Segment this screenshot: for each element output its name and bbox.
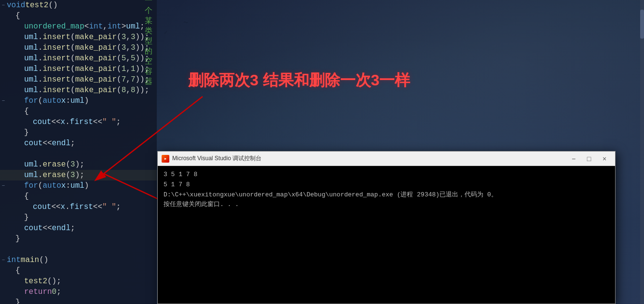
- console-body[interactable]: 3 5 1 7 85 1 7 8D:\C++\xuexitongxue\unor…: [158, 166, 615, 304]
- code-token: (: [38, 97, 43, 105]
- code-line: [0, 244, 157, 255]
- code-token: 3: [131, 43, 136, 52]
- code-token: make_pair: [75, 86, 117, 95]
- code-token: x: [61, 97, 66, 105]
- code-token: <<: [42, 139, 52, 148]
- scrollbar-thumb[interactable]: [640, 10, 644, 39]
- code-token: first: [70, 118, 93, 126]
- code-line: }: [0, 234, 157, 244]
- code-token: first: [70, 203, 93, 211]
- code-line: {: [0, 265, 157, 276]
- bird-decoration-2: 〜: [183, 19, 188, 26]
- code-token: ,: [126, 43, 131, 52]
- code-token: " ": [102, 118, 116, 126]
- code-token: );: [75, 160, 84, 169]
- maximize-button[interactable]: □: [582, 153, 596, 164]
- code-token: ));: [136, 54, 150, 63]
- code-token: (: [70, 65, 75, 73]
- vs-icon-text: ▶: [164, 157, 166, 161]
- editor-scrollbar[interactable]: [640, 0, 644, 304]
- code-line: }: [0, 212, 157, 223]
- code-token: (: [70, 43, 75, 52]
- code-token: uml: [24, 160, 38, 169]
- code-token: insert: [42, 86, 70, 95]
- collapse-indicator[interactable]: −: [0, 183, 7, 189]
- code-token: :: [66, 97, 70, 105]
- code-token: .: [38, 33, 43, 41]
- code-token: <<: [51, 118, 60, 126]
- code-token: >: [122, 22, 126, 31]
- code-token: main: [21, 256, 39, 264]
- code-line: uml.insert(make_pair(1, 1));: [0, 64, 157, 74]
- console-line: 3 5 1 7 8: [164, 170, 609, 180]
- code-token: ): [84, 181, 89, 190]
- code-token: make_pair: [75, 75, 117, 84]
- code-token: make_pair: [75, 54, 117, 63]
- code-token: auto: [42, 97, 61, 105]
- code-token: for: [24, 97, 38, 105]
- code-token: uml: [24, 75, 38, 84]
- console-titlebar: ▶ Microsoft Visual Studio 调试控制台 − □ ×: [158, 152, 615, 166]
- vs-icon: ▶: [162, 155, 169, 163]
- code-token: insert: [42, 43, 70, 52]
- code-token: }: [15, 235, 20, 243]
- code-token: 8: [131, 86, 136, 95]
- code-token: (: [70, 33, 75, 41]
- code-token: ,: [126, 54, 131, 63]
- annotation-label: 删除两次3 结果和删除一次3一样: [188, 70, 410, 91]
- code-token: (: [117, 54, 122, 63]
- code-token: (): [48, 1, 57, 10]
- console-line: 按任意键关闭此窗口. . .: [164, 200, 609, 210]
- code-token: ));: [136, 33, 150, 41]
- code-token: (: [70, 54, 75, 63]
- code-token: int: [7, 256, 21, 264]
- code-line: [0, 149, 157, 159]
- code-line: cout << endl;: [0, 138, 157, 149]
- code-token: .: [65, 118, 70, 126]
- code-token: make_pair: [75, 43, 117, 52]
- collapse-indicator[interactable]: −: [0, 98, 7, 104]
- code-token: x: [61, 181, 66, 190]
- code-token: auto: [42, 181, 61, 190]
- collapse-indicator[interactable]: −: [0, 257, 7, 263]
- code-token: x: [61, 118, 66, 126]
- code-token: );: [75, 171, 84, 180]
- code-token: endl: [52, 139, 70, 148]
- code-token: " ": [102, 203, 116, 211]
- window-controls: − □ ×: [567, 153, 611, 164]
- code-line: uml.erase(3);: [0, 159, 157, 170]
- code-panel: −void test2(){unordered_map<int, int> um…: [0, 0, 157, 304]
- code-token: .: [38, 54, 43, 63]
- code-token: ;: [70, 139, 75, 148]
- code-token: uml: [70, 97, 84, 105]
- code-line: uml.insert(make_pair(3, 3));: [0, 32, 157, 42]
- code-line: −for (auto x : uml): [0, 96, 157, 106]
- code-editor: ✓ 〜 ∧ ∧ −void test2(){unordered_map<int,…: [0, 0, 644, 304]
- code-token: erase: [42, 160, 66, 169]
- code-token: ;: [70, 224, 75, 233]
- code-token: uml: [24, 43, 38, 52]
- code-token: (: [38, 181, 43, 190]
- code-token: }: [24, 213, 29, 222]
- code-token: for: [24, 181, 38, 190]
- code-line: cout << endl;: [0, 223, 157, 234]
- console-title-left: ▶ Microsoft Visual Studio 调试控制台: [162, 154, 261, 163]
- code-token: return: [24, 288, 52, 296]
- close-button[interactable]: ×: [598, 153, 611, 164]
- code-token: <<: [42, 224, 52, 233]
- code-token: 7: [122, 75, 126, 84]
- code-token: insert: [42, 65, 70, 73]
- code-line: {: [0, 106, 157, 117]
- code-token: make_pair: [75, 65, 117, 73]
- code-token: insert: [42, 33, 70, 41]
- code-token: <<: [93, 203, 102, 211]
- collapse-indicator[interactable]: −: [0, 2, 7, 8]
- minimize-button[interactable]: −: [567, 153, 580, 164]
- code-token: {: [15, 12, 20, 20]
- code-line: uml.insert(make_pair(3, 3));: [0, 42, 157, 53]
- code-token: ));: [136, 65, 150, 73]
- code-token: uml: [24, 86, 38, 95]
- code-token: 3: [131, 33, 136, 41]
- code-line: {: [0, 191, 157, 202]
- code-token: <<: [93, 118, 102, 126]
